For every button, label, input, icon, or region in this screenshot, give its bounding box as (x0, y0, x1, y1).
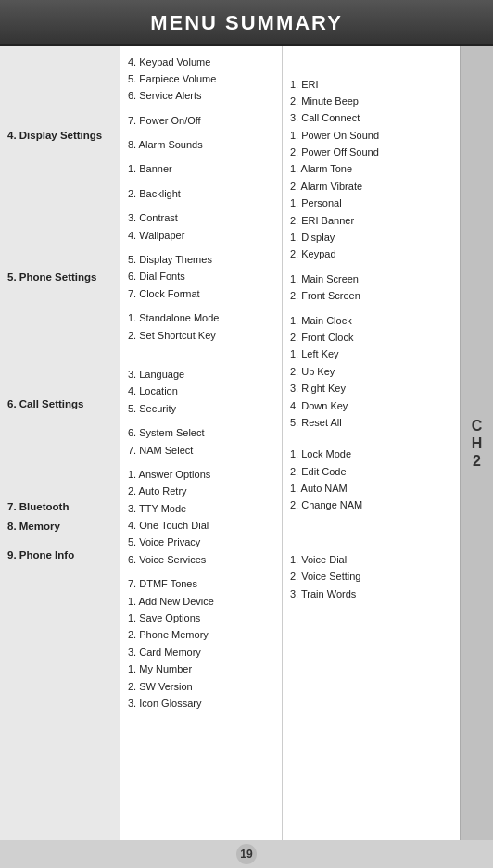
middle-item: 5. Earpiece Volume (126, 70, 276, 87)
middle-item: 7. NAM Select (126, 442, 276, 459)
right-item: 1. Personal (288, 195, 454, 212)
right-item: 3. Call Connect (288, 110, 454, 127)
right-item: 1. Power On Sound (288, 127, 454, 144)
content-row: 4. Display Settings 5. Phone Settings 6.… (0, 46, 493, 840)
middle-item: 3. Card Memory (126, 644, 276, 660)
middle-item: 1. Add New Device (126, 593, 276, 610)
middle-item: 2. Set Shortcut Key (126, 327, 276, 344)
middle-item: 1. Standalone Mode (126, 310, 276, 327)
section-memory: 8. Memory (6, 517, 114, 536)
middle-item: 6. Service Alerts (126, 88, 276, 105)
middle-item: 4. Location (126, 384, 276, 400)
right-item: 1. Auto NAM (288, 481, 454, 497)
middle-item: 1. Save Options (126, 610, 276, 627)
right-item: 1. Display (288, 230, 454, 246)
col-middle: 4. Keypad Volume 5. Earpiece Volume 6. S… (120, 46, 283, 840)
middle-item: 7. Power On/Off (126, 112, 276, 129)
middle-item: 5. Security (126, 400, 276, 417)
right-item: 4. Down Key (288, 397, 454, 414)
right-item: 2. Front Clock (288, 329, 454, 346)
right-item: 2. Power Off Sound (288, 145, 454, 161)
page-wrapper: MENU SUMMARY 4. Display Settings 5. Phon… (0, 0, 493, 868)
page-title: MENU SUMMARY (0, 11, 493, 35)
middle-item: 3. Contrast (126, 210, 276, 227)
middle-item: 4. Wallpaper (126, 227, 276, 244)
section-phone-settings: 5. Phone Settings (6, 268, 114, 287)
right-item: 1. ERI (288, 76, 454, 93)
right-item: 5. Reset All (288, 414, 454, 431)
right-item: 1. Voice Dial (288, 551, 454, 568)
right-item: 1. Left Key (288, 346, 454, 363)
right-item: 2. Minute Beep (288, 93, 454, 109)
header: MENU SUMMARY (0, 0, 493, 46)
middle-item: 6. System Select (126, 425, 276, 442)
middle-item: 7. DTMF Tones (126, 576, 276, 593)
middle-item: 6. Dial Fonts (126, 269, 276, 285)
right-item: 2. Change NAM (288, 497, 454, 514)
middle-item: 5. Voice Privacy (126, 535, 276, 551)
middle-item: 4. One Touch Dial (126, 518, 276, 535)
right-item: 2. ERI Banner (288, 212, 454, 229)
middle-item: 1. Answer Options (126, 466, 276, 483)
middle-item: 7. Clock Format (126, 285, 276, 302)
page-number: 19 (236, 844, 257, 864)
right-item: 2. Edit Code (288, 463, 454, 480)
right-item: 1. Main Screen (288, 270, 454, 287)
right-item: 3. Right Key (288, 381, 454, 397)
right-item: 1. Main Clock (288, 312, 454, 329)
chapter-sidebar: C H 2 (460, 46, 493, 840)
middle-item: 4. Keypad Volume (126, 54, 276, 70)
right-item: 1. Alarm Tone (288, 161, 454, 178)
cols-area: 4. Display Settings 5. Phone Settings 6.… (0, 46, 460, 840)
middle-item: 1. Banner (126, 161, 276, 178)
middle-item: 6. Voice Services (126, 551, 276, 568)
right-item: 3. Train Words (288, 585, 454, 602)
right-item: 2. Keypad (288, 246, 454, 263)
footer: 19 (0, 840, 493, 868)
right-item: 2. Front Screen (288, 288, 454, 305)
middle-item: 3. TTY Mode (126, 500, 276, 517)
middle-item: 2. Backlight (126, 185, 276, 202)
middle-item: 1. My Number (126, 661, 276, 678)
section-bluetooth: 7. Bluetooth (6, 497, 114, 517)
middle-item: 3. Icon Glossary (126, 696, 276, 712)
middle-item: 2. SW Version (126, 678, 276, 695)
middle-item: 2. Auto Retry (126, 484, 276, 500)
section-display-settings: 4. Display Settings (6, 126, 114, 145)
middle-item: 8. Alarm Sounds (126, 137, 276, 154)
chapter-label: C H 2 (472, 417, 483, 471)
middle-item: 2. Phone Memory (126, 627, 276, 644)
section-call-settings: 6. Call Settings (6, 395, 114, 414)
section-phone-info: 9. Phone Info (6, 546, 114, 565)
col-left: 4. Display Settings 5. Phone Settings 6.… (0, 46, 120, 840)
right-item: 2. Up Key (288, 363, 454, 380)
right-item: 2. Voice Setting (288, 569, 454, 585)
col-right: 1. ERI 2. Minute Beep 3. Call Connect 1.… (283, 46, 460, 840)
middle-item: 3. Language (126, 366, 276, 383)
right-item: 2. Alarm Vibrate (288, 178, 454, 195)
middle-item: 5. Display Themes (126, 252, 276, 269)
right-item: 1. Lock Mode (288, 447, 454, 463)
